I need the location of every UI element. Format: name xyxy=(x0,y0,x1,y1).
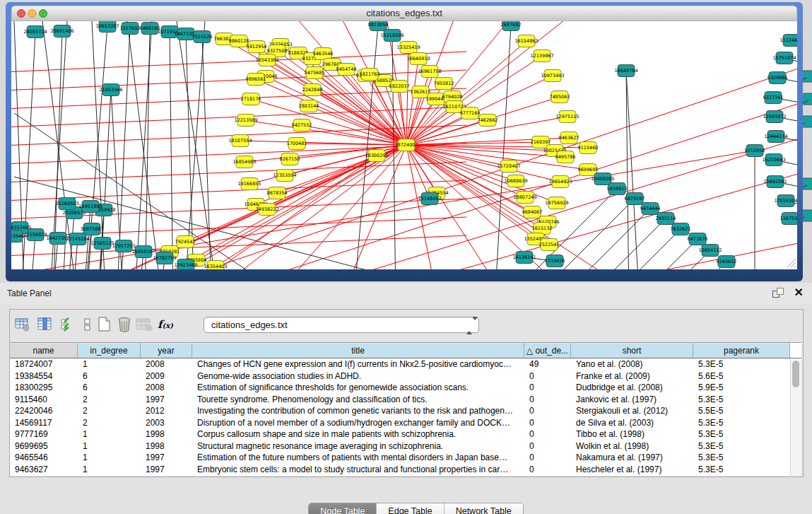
table-selector-dropdown[interactable]: citations_edges.txt xyxy=(204,317,479,333)
table-row[interactable]: 2242004622012Investigating the contribut… xyxy=(10,405,791,417)
close-panel-icon[interactable]: ✕ xyxy=(794,286,804,300)
tab-node-table[interactable]: Node Table xyxy=(309,503,377,514)
graph-node-label: 12139867 xyxy=(530,53,553,59)
table-row[interactable]: 1830029562008Estimation of significance … xyxy=(10,382,791,394)
table-cell: Franke et al. (2009) xyxy=(571,370,693,382)
graph-node-label: 19166855 xyxy=(237,181,261,187)
tab-edge-table[interactable]: Edge Table xyxy=(377,503,444,514)
vertical-scrollbar[interactable] xyxy=(790,358,801,476)
table-cell: 2012 xyxy=(141,405,192,417)
graph-node-label: 16648784 xyxy=(614,68,637,74)
graph-node-label: 7515526 xyxy=(192,34,213,40)
graph-node-label: 12444134 xyxy=(764,134,787,139)
graph-node-label: 9463627 xyxy=(559,135,579,141)
network-view-window: citations_edges.txt187240071830029519384… xyxy=(0,0,812,283)
tab-network-table[interactable]: Network Table xyxy=(445,503,523,514)
table-cell: 5.3E-5 xyxy=(693,358,790,370)
table-cell: 9465546 xyxy=(10,452,78,464)
table-cell: 2 xyxy=(78,417,141,429)
table-cell: Changes of HCN gene expression and I(f) … xyxy=(192,358,524,370)
table-row[interactable]: 1872400712008Changes of HCN gene express… xyxy=(10,358,791,370)
table-cell: Disruption of a novel member of a sodium… xyxy=(192,417,524,429)
table-row[interactable]: 946554611997Estimation of the future num… xyxy=(10,452,791,464)
table-cell: Stergiakouli et al. (2012) xyxy=(571,405,693,417)
select-all-columns-icon[interactable] xyxy=(59,315,76,334)
graph-node-label: 16640910 xyxy=(406,56,430,62)
graph-node-label: 16958107 xyxy=(131,249,155,255)
graph-node-label: 9474444 xyxy=(640,206,661,211)
float-panel-icon[interactable] xyxy=(772,288,784,298)
graph-node-label: 9327508 xyxy=(267,48,288,54)
table-cell: Hescheler et al. (1997) xyxy=(571,464,693,476)
traffic-zoom-button[interactable] xyxy=(40,10,47,18)
graph-node-label: 17016504 xyxy=(774,198,797,204)
graph-node-label: 9495786 xyxy=(555,154,576,160)
graph-node-label: 15751874 xyxy=(772,55,796,61)
graph-node-label: 15720407 xyxy=(497,163,520,169)
graph-node-label: 9684067 xyxy=(522,209,543,215)
graph-node-label: 5475685 xyxy=(305,70,325,76)
table-row[interactable]: 911546021997Tourette syndrome. Phenomeno… xyxy=(10,394,791,406)
graph-node-label: 16961758 xyxy=(418,69,441,74)
graph-node-label: 12923468 xyxy=(174,262,197,268)
table-cell: 1 xyxy=(78,358,141,370)
graph-node-label: 18724007 xyxy=(394,142,418,148)
column-header-short[interactable]: short xyxy=(571,343,693,358)
window-title: citations_edges.txt xyxy=(366,8,442,18)
table-cell: 2008 xyxy=(141,358,192,370)
table-row[interactable]: 946362711997Embryonic stem cells: a mode… xyxy=(10,464,791,476)
table-cell: 0 xyxy=(524,464,571,476)
graph-node-label: 10688639 xyxy=(504,178,527,184)
table-row[interactable]: 1938455462009Genome-wide association stu… xyxy=(10,370,791,382)
delete-columns-icon[interactable] xyxy=(116,315,133,334)
graph-node-label: 18807249 xyxy=(513,194,536,200)
graph-node-label: 1615132 xyxy=(532,226,553,231)
table-cell: 0 xyxy=(524,382,571,394)
table-mode-settings-icon[interactable] xyxy=(14,315,31,334)
graph-node-label: 8678354 xyxy=(267,190,288,196)
graph-node-label: 12353594 xyxy=(273,173,296,178)
table-cell: Genome-wide association studies in ADHD. xyxy=(192,370,524,382)
graph-node-label: 12093872 xyxy=(763,114,786,119)
column-header-in_degree[interactable]: in_degree xyxy=(78,343,141,358)
table-cell: 1 xyxy=(78,452,141,464)
table-cell: 9115460 xyxy=(10,394,78,406)
graph-node-label: 19654923 xyxy=(548,179,572,185)
graph-node-label: 14136141 xyxy=(512,255,536,260)
table-row[interactable]: 1456911722003Disruption of a novel membe… xyxy=(10,417,791,429)
traffic-minimize-button[interactable] xyxy=(28,10,36,18)
new-table-icon[interactable] xyxy=(96,315,113,334)
unselect-columns-icon[interactable] xyxy=(79,315,96,334)
table-cell: 2008 xyxy=(141,382,192,394)
column-header-out_de[interactable]: △ out_de... xyxy=(524,343,571,358)
graph-node-label: 2687682 xyxy=(501,22,522,28)
graph-node-label: 7462662 xyxy=(478,117,498,123)
graph-node-label: 16409265 xyxy=(591,176,614,182)
graph-node-label: 2935114 xyxy=(656,216,676,221)
table-cell: Dudbridge et al. (2008) xyxy=(571,382,693,394)
table-cell: 0 xyxy=(524,394,571,406)
table-cell: 9699695 xyxy=(10,440,78,452)
table-cell: 19384554 xyxy=(10,370,78,382)
graph-node-label: 1733426 xyxy=(545,258,565,264)
network-canvas[interactable]: citations_edges.txt187240071830029519384… xyxy=(0,0,812,283)
table-cell: Jankovic et al. (1997) xyxy=(571,394,693,406)
table-row[interactable]: 969969511998Structural magnetic resonanc… xyxy=(10,440,791,452)
graph-node-label: 7485063 xyxy=(550,94,570,100)
column-header-name[interactable]: name xyxy=(10,343,78,358)
traffic-close-button[interactable] xyxy=(18,10,25,18)
function-builder-icon[interactable]: f(x) xyxy=(157,315,174,334)
table-cell: 0 xyxy=(524,452,571,464)
table-row[interactable]: 977716911998Corpus callosum shape and si… xyxy=(10,428,791,440)
table-cell: 5.3E-5 xyxy=(693,452,790,464)
scrollbar-thumb[interactable] xyxy=(792,361,799,387)
table-cell: 1 xyxy=(78,464,141,476)
table-cell: 1 xyxy=(78,428,141,440)
show-columns-icon[interactable] xyxy=(37,315,54,334)
column-header-year[interactable]: year xyxy=(141,343,192,358)
graph-node-label: 6794028 xyxy=(442,94,463,100)
graph-node-label: 9699695 xyxy=(578,167,599,173)
column-header-title[interactable]: title xyxy=(192,343,524,358)
column-header-pagerank[interactable]: pagerank xyxy=(693,343,790,358)
graph-node-label: 8454749 xyxy=(336,66,357,72)
